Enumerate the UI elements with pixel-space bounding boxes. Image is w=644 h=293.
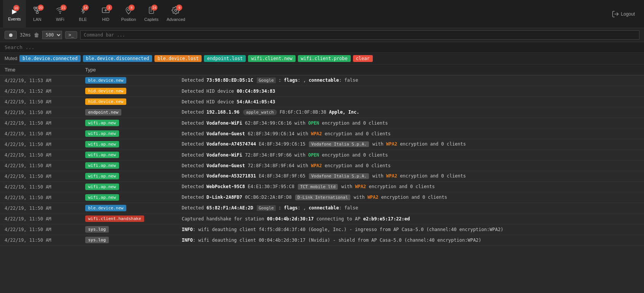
svg-point-8 xyxy=(60,13,60,13)
event-type-badge[interactable]: wifi.ap.new xyxy=(85,141,119,147)
event-time: 4/22/19, 11:50 AM xyxy=(0,150,81,160)
hid-badge: 3 xyxy=(106,5,112,11)
ms-display: 32ms xyxy=(20,32,31,38)
terminal-icon: ▶ 16 xyxy=(12,6,17,16)
record-button[interactable]: ⏺ xyxy=(5,31,17,39)
bold-text: Vodafone-Guest xyxy=(207,131,245,136)
event-type: wifi.ap.new xyxy=(81,182,177,192)
event-time: 4/22/19, 11:50 AM xyxy=(0,182,81,192)
table-row: 4/22/19, 11:50 AMwifi.ap.newDetected Vod… xyxy=(0,171,644,182)
event-message: INFO: wifi deauthing client f4:f5:d8:d4:… xyxy=(177,224,644,235)
event-message: Detected 65:82:F1:A4:AE:2D Google : flag… xyxy=(177,203,644,214)
mac-address: 54:AA:41:05:43 xyxy=(237,99,275,105)
bold-text: connectable xyxy=(308,205,339,211)
event-type-badge[interactable]: hid.device.new xyxy=(85,88,127,94)
table-row: 4/22/19, 11:50 AMwifi.client.handshakeCa… xyxy=(0,214,644,224)
mac-address: 192.168.1.96 xyxy=(207,109,240,115)
table-row: 4/22/19, 11:50 AMble.device.newDetected … xyxy=(0,203,644,214)
caplets-badge: 24 xyxy=(151,5,157,11)
caplets-icon: 24 xyxy=(148,6,155,16)
event-type-badge[interactable]: wifi.ap.new xyxy=(85,194,119,201)
event-type: ble.device.new xyxy=(81,203,177,214)
event-type-badge[interactable]: wifi.ap.new xyxy=(85,152,119,158)
event-type-badge[interactable]: wifi.ap.new xyxy=(85,184,119,190)
bold-text: Vodafone-WiFi xyxy=(207,152,242,158)
count-select[interactable]: 500 xyxy=(42,31,62,39)
apple-badge: apple_watch xyxy=(243,109,277,115)
search-bar xyxy=(0,42,644,53)
open-enc: OPEN xyxy=(308,152,319,158)
command-bar-input[interactable] xyxy=(80,30,639,40)
event-time: 4/22/19, 11:50 AM xyxy=(0,203,81,214)
muted-tag-ble-connected[interactable]: ble.device.connected xyxy=(19,55,81,62)
event-message: Captured handshake for station 00:04:4b:… xyxy=(177,214,644,224)
event-message: Detected Vodafone-A53271831 E4:8F:34:8F:… xyxy=(177,171,644,182)
event-type-badge[interactable]: wifi.client.handshake xyxy=(85,215,144,222)
mac-address: 65:82:F1:A4:AE:2D xyxy=(207,205,253,211)
bold-text: D-Link-2A8FD7 xyxy=(207,195,242,200)
nav-ble[interactable]: 14 BLE xyxy=(72,0,94,28)
nav-lan[interactable]: 20 LAN xyxy=(26,0,49,28)
muted-tag-ble-disconnected[interactable]: ble.device.disconnected xyxy=(83,55,152,62)
nav-wifi[interactable]: 21 WiFi xyxy=(49,0,72,28)
logout-button[interactable]: Logout xyxy=(606,10,641,18)
event-type-badge[interactable]: sys.log xyxy=(85,226,109,233)
nav-advanced[interactable]: 9 Advanced xyxy=(163,0,189,28)
wifi-icon: 21 xyxy=(56,6,64,16)
event-type-badge[interactable]: sys.log xyxy=(85,237,109,243)
nav-caplets-label: Caplets xyxy=(144,17,158,22)
event-type-badge[interactable]: ble.device.new xyxy=(85,77,127,84)
table-row: 4/22/19, 11:50 AMwifi.ap.newDetected D-L… xyxy=(0,192,644,203)
bold-text: WebPocket-95C8 xyxy=(207,184,245,189)
event-type: wifi.ap.new xyxy=(81,139,177,150)
header-msg xyxy=(177,65,644,75)
logout-label: Logout xyxy=(621,11,635,17)
nav-position[interactable]: 8 Position xyxy=(117,0,140,28)
event-message: Detected Vodafone-Guest 72:8F:34:8F:9F:6… xyxy=(177,160,644,171)
event-type-badge[interactable]: wifi.ap.new xyxy=(85,173,119,179)
event-time: 4/22/19, 11:50 AM xyxy=(0,160,81,171)
nav-hid[interactable]: 3 HID xyxy=(94,0,117,28)
table-row: 4/22/19, 11:50 AMwifi.ap.newDetected Vod… xyxy=(0,128,644,139)
events-badge: 16 xyxy=(13,5,19,11)
muted-tag-wifi-client-new[interactable]: wifi.client.new xyxy=(248,55,295,62)
table-row: 4/22/19, 11:50 AMwifi.ap.newDetected Vod… xyxy=(0,150,644,160)
event-time: 4/22/19, 11:50 AM xyxy=(0,118,81,128)
wpa2-enc: WPA2 xyxy=(311,163,322,168)
advanced-icon: 9 xyxy=(172,6,180,16)
event-time: 4/22/19, 11:50 AM xyxy=(0,97,81,107)
table-header-row: Time Type xyxy=(0,65,644,75)
muted-tag-wifi-client-probe[interactable]: wifi.client.probe xyxy=(298,55,351,62)
nav-events[interactable]: ▶ 16 Events xyxy=(3,0,26,28)
trash-button[interactable]: 🗑 xyxy=(34,32,39,38)
event-type-badge[interactable]: wifi.ap.new xyxy=(85,130,119,137)
search-input[interactable] xyxy=(5,44,157,50)
position-icon: 8 xyxy=(125,6,132,16)
event-type: hid.device.new xyxy=(81,97,177,107)
event-time: 4/22/19, 11:50 AM xyxy=(0,107,81,118)
wpa2-enc: WPA2 xyxy=(311,131,322,136)
nav-lan-label: LAN xyxy=(33,17,41,22)
wpa2-enc: WPA2 xyxy=(386,141,397,147)
event-type-badge[interactable]: wifi.ap.new xyxy=(85,162,119,169)
bold-text: connectable xyxy=(308,78,339,83)
terminal-button[interactable]: >_ xyxy=(65,31,77,39)
muted-tag-ble-lost[interactable]: ble.device.lost xyxy=(154,55,202,62)
muted-tag-clear[interactable]: clear xyxy=(353,55,373,62)
event-time: 4/22/19, 11:50 AM xyxy=(0,139,81,150)
event-type-badge[interactable]: ble.device.new xyxy=(85,205,127,211)
event-time: 4/22/19, 11:50 AM xyxy=(0,214,81,224)
bold-text: Vodafone-A53271831 xyxy=(207,173,256,179)
table-row: 4/22/19, 11:50 AMwifi.ap.newDetected Vod… xyxy=(0,139,644,150)
top-nav: ▶ 16 Events 20 LAN 21 WiFi 14 BLE 3 HID xyxy=(0,0,644,28)
mac-address: 00:04:4b:2d:30:17 xyxy=(267,216,314,222)
muted-tag-endpoint-lost[interactable]: endpoint.lost xyxy=(204,55,246,62)
nav-wifi-label: WiFi xyxy=(56,17,64,22)
lan-badge: 20 xyxy=(38,5,44,11)
event-message: Detected 73:98:8D:ED:D5:1C Google : flag… xyxy=(177,75,644,86)
nav-caplets[interactable]: 24 Caplets xyxy=(140,0,163,28)
event-type-badge[interactable]: wifi.ap.new xyxy=(85,120,119,126)
event-type-badge[interactable]: hid.device.new xyxy=(85,98,127,105)
google-badge: Google xyxy=(257,78,276,83)
event-type-badge[interactable]: endpoint.new xyxy=(85,109,121,116)
